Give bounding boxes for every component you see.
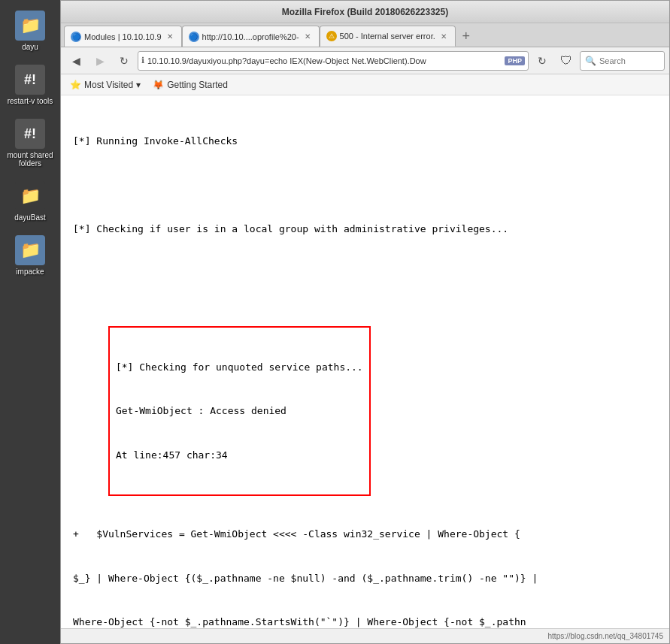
tab1-icon: 🔵 (71, 32, 81, 42)
refresh-btn[interactable]: ↻ (532, 50, 553, 71)
restart-icon: #! (15, 65, 45, 95)
lock-icon: ℹ (141, 56, 144, 65)
line-where1: $_} | Where-Object {($_.pathname -ne $nu… (73, 571, 657, 586)
search-input[interactable] (599, 56, 659, 65)
tab3-close[interactable]: ✕ (438, 31, 449, 41)
desktop-sidebar: 📁 dayu #! restart-v tools #! mount share… (0, 0, 60, 644)
tab1-close[interactable]: ✕ (165, 32, 175, 42)
line-where2: Where-Object {-not $_.pathname.StartsWit… (73, 615, 657, 628)
status-url: https://blog.csdn.net/qq_34801745 (548, 632, 663, 640)
line-at-line1: At line:457 char:34 (116, 448, 363, 463)
impacke-icon: 📁 (15, 235, 45, 265)
php-badge: PHP (505, 56, 525, 65)
firefox-window: Mozilla Firefox (Build 20180626223325) 🔵… (60, 0, 670, 644)
line-vuln-services: + $VulnServices = Get-WmiObject <<<< -Cl… (73, 527, 657, 542)
tab-bar: 🔵 Modules | 10.10.10.9 ✕ 🔵 http://10.10.… (61, 23, 669, 47)
title-bar: Mozilla Firefox (Build 20180626223325) (61, 1, 669, 23)
line-access-denied1: Get-WmiObject : Access denied (116, 404, 363, 419)
desktop-icon-mount[interactable]: #! mount shared folders (4, 116, 56, 171)
forward-button[interactable]: ▶ (89, 50, 111, 71)
highlighted-box: [*] Checking for unquoted service paths.… (108, 326, 371, 497)
search-icon: 🔍 (585, 56, 596, 66)
desktop-icon-dayubast[interactable]: 📁 dayuBast (4, 178, 56, 225)
window-title: Mozilla Firefox (Build 20180626223325) (282, 7, 448, 17)
tab-modules[interactable]: 🔵 Modules | 10.10.10.9 ✕ (64, 26, 182, 47)
dayubast-icon: 📁 (15, 181, 45, 211)
status-bar: https://blog.csdn.net/qq_34801745 (61, 628, 669, 643)
tab2-label: http://10.10....oprofile%20- (202, 32, 299, 41)
search-box[interactable]: 🔍 (580, 51, 665, 71)
line-unquoted: [*] Checking for unquoted service paths.… (116, 360, 363, 375)
dayu-label: dayu (22, 43, 38, 51)
content-area[interactable]: [*] Running Invoke-AllChecks [*] Checkin… (61, 95, 669, 628)
reload-button[interactable]: ↻ (114, 50, 135, 71)
tab2-icon: 🔵 (189, 32, 199, 42)
desktop-icon-impacke[interactable]: 📁 impacke (4, 232, 56, 279)
getting-started-label: Getting Started (167, 80, 228, 90)
code-output: [*] Running Invoke-AllChecks [*] Checkin… (73, 104, 657, 628)
line-blank1 (73, 178, 657, 193)
desktop-icon-dayu[interactable]: 📁 dayu (4, 8, 56, 54)
dayu-folder-icon: 📁 (15, 11, 45, 41)
address-bar[interactable]: ℹ PHP (138, 51, 529, 71)
mount-label: mount shared folders (7, 151, 53, 168)
tab3-icon: ⚠ (326, 31, 337, 41)
line-invoke: [*] Running Invoke-AllChecks (73, 134, 657, 149)
most-visited-label: Most Visited (84, 80, 133, 90)
most-visited-icon: ⭐ (70, 80, 81, 90)
most-visited-arrow: ▾ (136, 80, 141, 90)
tab3-label: 500 - Internal server error. (340, 32, 435, 41)
mount-icon: #! (15, 119, 45, 149)
back-button[interactable]: ◀ (65, 50, 86, 71)
shield-icon[interactable]: 🛡 (556, 50, 577, 71)
bookmarks-bar: ⭐ Most Visited ▾ 🦊 Getting Started (61, 74, 669, 95)
getting-started-icon: 🦊 (153, 80, 164, 90)
line-blank2 (73, 266, 657, 281)
address-input[interactable] (147, 56, 502, 65)
desktop-icon-restart[interactable]: #! restart-v tools (4, 62, 56, 108)
tab2-close[interactable]: ✕ (302, 32, 313, 42)
impacke-label: impacke (16, 268, 44, 276)
restart-label: restart-v tools (8, 97, 53, 105)
nav-bar: ◀ ▶ ↻ ℹ PHP ↻ 🛡 🔍 (61, 47, 669, 74)
tab1-label: Modules | 10.10.10.9 (84, 32, 162, 41)
line-check-admin: [*] Checking if user is in a local group… (73, 222, 657, 237)
bookmark-most-visited[interactable]: ⭐ Most Visited ▾ (67, 78, 144, 92)
tab-error[interactable]: ⚠ 500 - Internal server error. ✕ (320, 26, 456, 47)
dayubast-label: dayuBast (14, 213, 46, 222)
tab-profile[interactable]: 🔵 http://10.10....oprofile%20- ✕ (182, 26, 320, 47)
new-tab-button[interactable]: + (456, 26, 477, 47)
bookmark-getting-started[interactable]: 🦊 Getting Started (150, 78, 231, 92)
